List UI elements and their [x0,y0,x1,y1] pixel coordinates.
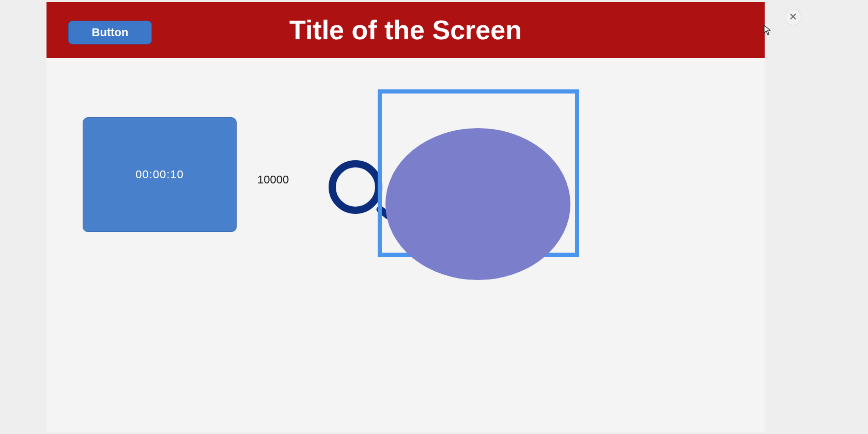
cursor-icon [764,25,772,36]
timer-card[interactable]: 00:00:10 [83,117,237,232]
header-bar: Button Title of the Screen [47,2,765,58]
page-title: Title of the Screen [47,17,765,43]
header-button[interactable]: Button [68,21,152,44]
search-graphic-group [328,89,581,265]
close-button[interactable] [785,9,801,25]
screen-panel: Button Title of the Screen 00:00:10 1000… [47,2,765,432]
ellipse-shape[interactable] [385,128,570,280]
timer-value: 00:00:10 [135,168,184,181]
content-area: 00:00:10 10000 [47,58,765,432]
numeric-value: 10000 [257,173,289,187]
close-icon [790,12,796,22]
search-icon [329,160,382,214]
header-button-label: Button [92,26,129,39]
